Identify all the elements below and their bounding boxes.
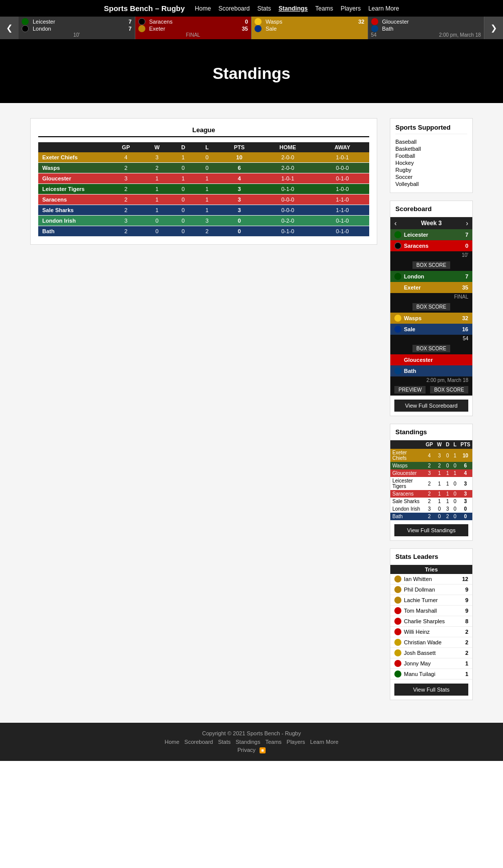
- player-stat-val: 2: [465, 650, 468, 656]
- away: 1-1-0: [315, 205, 369, 216]
- gp: 3: [109, 173, 143, 184]
- player-team-icon: [394, 649, 401, 656]
- nav-standings[interactable]: Standings: [279, 5, 308, 12]
- scorebar-next[interactable]: ❯: [484, 17, 503, 39]
- l: 1: [196, 195, 219, 205]
- rss-icon: ■: [260, 747, 266, 753]
- sw-w: 2: [435, 462, 444, 469]
- stat-row: Tom Marshall 9: [390, 606, 472, 616]
- player-stat-val: 2: [465, 629, 468, 635]
- w: 1: [143, 184, 171, 195]
- nav-scoreboard[interactable]: Scoreboard: [218, 5, 249, 12]
- sb-bath-icon: [394, 367, 401, 374]
- view-full-standings-btn[interactable]: View Full Standings: [394, 524, 468, 536]
- footer-link[interactable]: Teams: [265, 739, 281, 745]
- footer-link[interactable]: Learn More: [310, 739, 339, 745]
- table-row: Exeter Chiefs 4 3 1 0 10 2-0-0 1-0-1: [38, 152, 369, 163]
- w: 1: [143, 205, 171, 216]
- player-team-icon: [394, 670, 401, 678]
- stat-row: Jonny May 1: [390, 658, 472, 669]
- sw-pts: 6: [459, 462, 472, 469]
- player-team-icon: [394, 660, 401, 667]
- gp: 3: [109, 216, 143, 226]
- player-stat-val: 9: [465, 608, 468, 614]
- footer-link[interactable]: Scoreboard: [185, 739, 213, 745]
- view-full-scoreboard-btn[interactable]: View Full Scoreboard: [394, 400, 468, 412]
- standings-mini-row: Bath 2 0 2 0 0: [390, 513, 472, 520]
- nav-stats[interactable]: Stats: [257, 5, 271, 12]
- nav-teams[interactable]: Teams: [315, 5, 333, 12]
- footer-link[interactable]: Stats: [218, 739, 230, 745]
- game-3: Wasps 32 Sale: [252, 17, 368, 39]
- game3b-team1: Gloucester: [382, 19, 479, 25]
- sport-item: Basketball: [395, 145, 467, 152]
- d: 0: [171, 195, 196, 205]
- sb-g2-t2: Exeter 35: [390, 282, 472, 293]
- sb-g3-t2: Sale 16: [390, 324, 472, 335]
- sport-item: Baseball: [395, 138, 467, 145]
- sb-g2-box-btn[interactable]: BOX SCORE: [412, 303, 450, 311]
- l: 3: [196, 216, 219, 226]
- l: 2: [196, 226, 219, 237]
- sw-pts: 10: [459, 449, 472, 462]
- sb-g1-box-btn[interactable]: BOX SCORE: [412, 261, 450, 269]
- sw-d: 3: [444, 505, 451, 513]
- scorebar-prev[interactable]: ❮: [0, 17, 19, 39]
- sb-g4-box-btn[interactable]: BOX SCORE: [430, 386, 468, 394]
- sb-game3: Wasps 32 Sale 16 54 BOX SCORE: [390, 313, 472, 354]
- saracens-icon: [22, 25, 29, 32]
- sb-leicester-icon: [394, 231, 401, 238]
- home: 0-0-0: [260, 205, 316, 216]
- sb-g2-score2: 35: [462, 284, 468, 291]
- footer-privacy[interactable]: Privacy: [237, 747, 256, 753]
- footer: Copyright © 2021 Sports Bench - Rugby Ho…: [0, 723, 503, 761]
- w: 0: [143, 216, 171, 226]
- footer-link[interactable]: Home: [164, 739, 179, 745]
- sb-g2-score1: 7: [465, 273, 468, 279]
- footer-link[interactable]: Players: [287, 739, 305, 745]
- sb-g4-btns: PREVIEW BOX SCORE: [390, 384, 472, 396]
- sw-gp: 3: [424, 469, 435, 477]
- sb-g3-score2: 16: [462, 326, 468, 332]
- sw-col-team: [390, 440, 424, 449]
- home: 2-0-0: [260, 163, 316, 173]
- week-prev-btn[interactable]: ‹: [394, 219, 397, 227]
- away: 0-0-0: [315, 163, 369, 173]
- sw-l: 0: [451, 462, 458, 469]
- stat-row: Manu Tuilagi 1: [390, 669, 472, 680]
- sw-w: 1: [435, 498, 444, 505]
- game3-team2: Sale: [266, 26, 363, 32]
- stat-row: Christian Wade 2: [390, 637, 472, 648]
- col-pts: PTS: [219, 142, 260, 152]
- sw-w: 3: [435, 449, 444, 462]
- sb-g3-team2: Sale: [404, 326, 462, 332]
- nav-learn-more[interactable]: Learn More: [368, 5, 399, 12]
- nav-players[interactable]: Players: [341, 5, 361, 12]
- page-title: Standings: [0, 64, 503, 83]
- nav-home[interactable]: Home: [195, 5, 211, 12]
- sport-item: Rugby: [395, 166, 467, 173]
- sb-g4-preview-btn[interactable]: PREVIEW: [394, 386, 426, 394]
- sb-g3-score1: 32: [462, 315, 468, 321]
- pts: 0: [219, 216, 260, 226]
- standings-table: GP W D L PTS HOME AWAY Exeter Chiefs 4 3…: [38, 142, 369, 237]
- saracens2-icon: [138, 18, 145, 25]
- standings-mini-row: Wasps 2 2 0 0 6: [390, 462, 472, 469]
- week-next-btn[interactable]: ›: [466, 219, 468, 227]
- sw-col-pts: PTS: [459, 440, 472, 449]
- pts: 6: [219, 163, 260, 173]
- sb-g3-box-btn[interactable]: BOX SCORE: [412, 345, 450, 352]
- player-stat-val: 8: [465, 618, 468, 624]
- view-full-stats-btn[interactable]: View Full Stats: [394, 684, 468, 696]
- sw-team: Bath: [390, 513, 424, 520]
- gp: 2: [109, 205, 143, 216]
- player-stat-val: 1: [465, 671, 468, 677]
- sw-team: Exeter Chiefs: [390, 449, 424, 462]
- sw-team: Saracens: [390, 490, 424, 498]
- footer-link[interactable]: Standings: [236, 739, 261, 745]
- stat-row: Ian Whitten 12: [390, 574, 472, 585]
- table-row: Bath 2 0 0 2 0 0-1-0 0-1-0: [38, 226, 369, 237]
- week-label: Week 3: [421, 220, 442, 227]
- sw-l: 1: [451, 449, 458, 462]
- sb-g1-t1: Leicester 7: [390, 229, 472, 240]
